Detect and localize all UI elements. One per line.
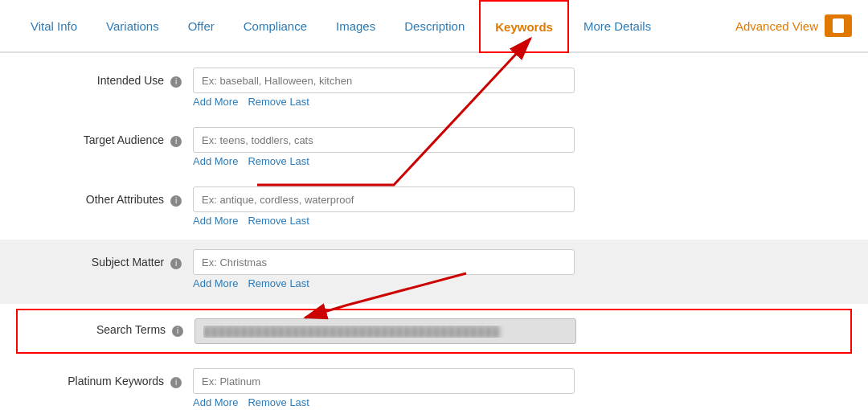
target-audience-remove-last[interactable]: Remove Last: [248, 155, 309, 167]
platinum-keywords-label-wrap: Platinum Keywords i: [32, 368, 193, 388]
advanced-view-toggle[interactable]: Advanced View: [735, 14, 852, 37]
other-attributes-section: Other Attributes i Add More Remove Last: [0, 175, 868, 235]
subject-matter-section: Subject Matter i Add More Remove Last: [0, 240, 868, 304]
nav-item-keywords[interactable]: Keywords: [479, 0, 569, 53]
nav-item-more-details[interactable]: More Details: [569, 0, 665, 52]
intended-use-section: Intended Use i Add More Remove Last: [0, 53, 868, 116]
toggle-box[interactable]: [825, 14, 852, 37]
search-terms-label: Search Terms: [96, 323, 166, 336]
other-attributes-remove-last[interactable]: Remove Last: [248, 215, 309, 227]
platinum-keywords-remove-last[interactable]: Remove Last: [248, 396, 309, 408]
subject-matter-remove-last[interactable]: Remove Last: [248, 277, 309, 289]
other-attributes-input[interactable]: [193, 187, 575, 212]
intended-use-row: Intended Use i Add More Remove Last: [32, 68, 836, 108]
subject-matter-label: Subject Matter: [92, 256, 164, 269]
platinum-keywords-section: Platinum Keywords i Add More Remove Last: [0, 359, 868, 410]
search-terms-label-wrap: Search Terms i: [34, 318, 194, 337]
other-attributes-sub-links: Add More Remove Last: [193, 215, 836, 227]
search-terms-field: [194, 318, 834, 344]
other-attributes-field: Add More Remove Last: [193, 187, 836, 227]
platinum-keywords-label: Platinum Keywords: [68, 375, 164, 387]
search-terms-input[interactable]: [194, 318, 576, 344]
subject-matter-label-wrap: Subject Matter i: [32, 249, 193, 269]
other-attributes-label: Other Attributes: [86, 193, 164, 206]
platinum-keywords-info-icon[interactable]: i: [170, 377, 182, 388]
other-attributes-row: Other Attributes i Add More Remove Last: [32, 187, 836, 227]
nav-item-offer[interactable]: Offer: [174, 0, 229, 52]
search-terms-row: Search Terms i: [34, 318, 834, 344]
nav-bar: Vital Info Variations Offer Compliance I…: [0, 0, 868, 53]
intended-use-label-wrap: Intended Use i: [32, 68, 193, 88]
intended-use-input[interactable]: [193, 68, 575, 93]
intended-use-add-more[interactable]: Add More: [193, 96, 238, 108]
intended-use-info-icon[interactable]: i: [170, 76, 182, 88]
nav-item-variations[interactable]: Variations: [92, 0, 174, 52]
subject-matter-field: Add More Remove Last: [193, 249, 836, 289]
search-terms-info-icon[interactable]: i: [172, 326, 183, 337]
subject-matter-input[interactable]: [193, 249, 575, 275]
target-audience-label: Target Audience: [84, 133, 164, 146]
app-container: Vital Info Variations Offer Compliance I…: [0, 0, 868, 410]
subject-matter-info-icon[interactable]: i: [170, 258, 182, 269]
subject-matter-row: Subject Matter i Add More Remove Last: [32, 249, 836, 289]
nav-item-vital-info[interactable]: Vital Info: [16, 0, 92, 52]
platinum-keywords-field: Add More Remove Last: [193, 368, 836, 408]
advanced-view-label: Advanced View: [735, 19, 818, 33]
target-audience-field: Add More Remove Last: [193, 127, 836, 167]
subject-matter-add-more[interactable]: Add More: [193, 277, 238, 289]
intended-use-remove-last[interactable]: Remove Last: [248, 96, 309, 108]
other-attributes-label-wrap: Other Attributes i: [32, 187, 193, 207]
subject-matter-sub-links: Add More Remove Last: [193, 277, 836, 289]
nav-item-images[interactable]: Images: [321, 0, 390, 52]
target-audience-input[interactable]: [193, 127, 575, 153]
toggle-inner: [833, 18, 844, 33]
platinum-keywords-add-more[interactable]: Add More: [193, 396, 238, 408]
other-attributes-info-icon[interactable]: i: [170, 195, 182, 207]
form-content: Intended Use i Add More Remove Last Targ…: [0, 53, 868, 410]
platinum-keywords-sub-links: Add More Remove Last: [193, 396, 836, 408]
target-audience-row: Target Audience i Add More Remove Last: [32, 127, 836, 167]
platinum-keywords-row: Platinum Keywords i Add More Remove Last: [32, 368, 836, 408]
target-audience-section: Target Audience i Add More Remove Last: [0, 116, 868, 175]
nav-item-compliance[interactable]: Compliance: [229, 0, 321, 52]
target-audience-sub-links: Add More Remove Last: [193, 155, 836, 167]
target-audience-add-more[interactable]: Add More: [193, 155, 238, 167]
intended-use-sub-links: Add More Remove Last: [193, 96, 836, 108]
nav-item-description[interactable]: Description: [390, 0, 479, 52]
target-audience-label-wrap: Target Audience i: [32, 127, 193, 147]
platinum-keywords-input[interactable]: [193, 368, 575, 394]
search-terms-highlighted-box: Search Terms i: [16, 309, 852, 354]
intended-use-label: Intended Use: [97, 74, 164, 87]
other-attributes-add-more[interactable]: Add More: [193, 215, 238, 227]
intended-use-field: Add More Remove Last: [193, 68, 836, 108]
target-audience-info-icon[interactable]: i: [170, 136, 182, 147]
